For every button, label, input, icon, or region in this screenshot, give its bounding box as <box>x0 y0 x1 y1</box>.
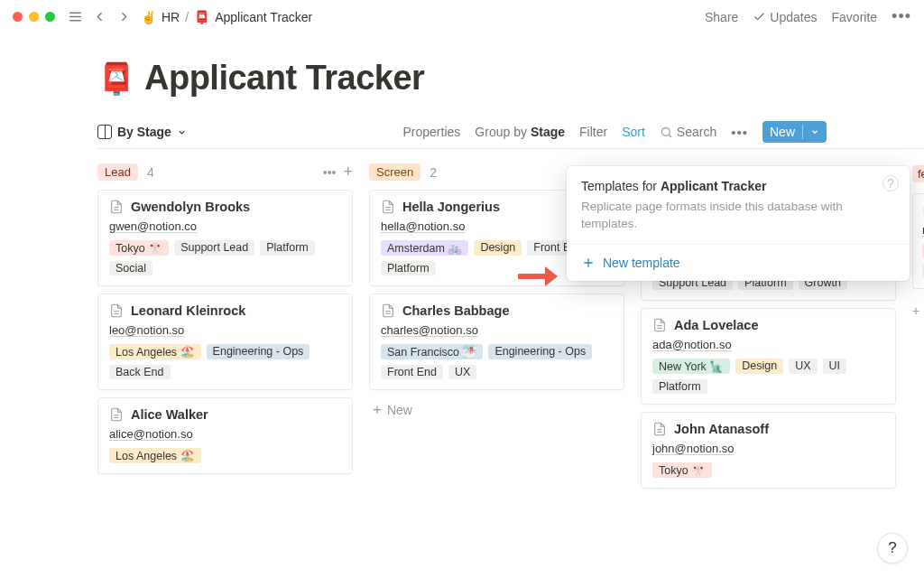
favorite-button[interactable]: Favorite <box>832 10 878 24</box>
column-count: 4 <box>147 165 154 180</box>
card-title-row: Gwendolyn Brooks <box>109 200 341 214</box>
hr-icon: ✌️ <box>141 10 156 24</box>
tag: Tokyo 🎌 <box>109 240 169 256</box>
plus-icon <box>581 256 596 270</box>
board-card-partial[interactable]: T ni VP Writ <box>912 193 924 289</box>
board-card[interactable]: Alice Walkeralice@notion.soLos Angeles 🏖… <box>97 397 353 474</box>
column-more-icon[interactable]: ••• <box>323 165 337 180</box>
topbar-left: ✌️ HR / 📮 Applicant Tracker <box>13 9 312 24</box>
card-title: Leonard Kleinrock <box>131 303 245 318</box>
card-title-row: Charles Babbage <box>381 303 613 318</box>
view-switcher[interactable]: By Stage <box>97 125 187 139</box>
tag: Front End <box>381 365 443 379</box>
topbar: ✌️ HR / 📮 Applicant Tracker Share Update… <box>0 0 924 32</box>
back-button[interactable] <box>92 9 107 24</box>
page-icon-small: 📮 <box>194 10 209 24</box>
tag: Design <box>474 240 522 256</box>
page-icon[interactable]: 📮 <box>97 61 135 97</box>
page-icon <box>381 200 395 214</box>
plus-icon: + <box>373 404 382 416</box>
share-button[interactable]: Share <box>705 10 738 24</box>
close-window-icon[interactable] <box>13 12 23 22</box>
column-label[interactable]: Lead <box>97 163 138 181</box>
column-add-icon[interactable]: + <box>343 165 353 180</box>
maximize-window-icon[interactable] <box>45 12 55 22</box>
sort-button[interactable]: Sort <box>622 125 645 139</box>
breadcrumb-sep: / <box>185 10 189 24</box>
column-label[interactable]: Screen <box>369 163 420 181</box>
tag: UX <box>448 365 476 379</box>
breadcrumb: ✌️ HR / 📮 Applicant Tracker <box>141 10 312 24</box>
board-card[interactable]: Ada Lovelaceada@notion.soNew York 🗽Desig… <box>641 308 896 405</box>
page-icon <box>109 200 124 214</box>
new-template-button[interactable]: New template <box>567 245 910 281</box>
hamburger-icon[interactable] <box>68 9 83 24</box>
popover-header: Templates for Applicant Tracker Replicat… <box>567 166 910 244</box>
new-button[interactable]: New <box>762 121 827 143</box>
groupby-button[interactable]: Group by Stage <box>475 125 565 139</box>
breadcrumb-page[interactable]: Applicant Tracker <box>215 10 312 24</box>
view-name: By Stage <box>117 125 171 139</box>
tag: Los Angeles 🏖️ <box>109 344 201 359</box>
groupby-prefix: Group by <box>475 125 527 139</box>
search-button[interactable]: Search <box>660 125 716 139</box>
tag: UI <box>823 359 847 374</box>
properties-button[interactable]: Properties <box>403 125 461 139</box>
popover-description: Replicate page formats inside this datab… <box>581 199 895 233</box>
page-title[interactable]: Applicant Tracker <box>144 59 424 98</box>
board-card[interactable]: John Atanasoffjohn@notion.soTokyo 🎌 <box>641 412 896 489</box>
board-column: Lead 4 ••• + Gwendolyn Brooksgwen@notion… <box>97 162 353 496</box>
breadcrumb-hr[interactable]: HR <box>162 10 180 24</box>
tag: New York 🗽 <box>652 359 730 374</box>
add-card-partial[interactable]: + N <box>912 303 924 318</box>
column-header: Lead 4 ••• + <box>97 162 353 190</box>
card-email: alice@notion.so <box>109 427 341 441</box>
updates-label: Updates <box>770 10 817 24</box>
board-card[interactable]: Gwendolyn Brooksgwen@notion.coTokyo 🎌Sup… <box>97 190 353 286</box>
popover-title-strong: Applicant Tracker <box>661 179 767 193</box>
toolbar-more-icon[interactable]: ••• <box>731 125 748 140</box>
tag: UX <box>789 359 817 374</box>
page-icon <box>109 407 124 422</box>
card-title: Alice Walker <box>131 407 208 422</box>
tag: San Francisco 🌁 <box>381 344 483 359</box>
page-title-row: 📮 Applicant Tracker <box>97 59 924 98</box>
column-count: 2 <box>430 165 437 180</box>
new-label: New <box>770 125 795 139</box>
card-email: ada@notion.so <box>652 338 884 351</box>
updates-button[interactable]: Updates <box>753 10 817 24</box>
search-icon <box>660 126 673 139</box>
forward-button[interactable] <box>116 9 132 24</box>
popover-help-icon[interactable]: ? <box>882 175 899 191</box>
toolbar-actions: Properties Group by Stage Filter Sort Se… <box>403 121 827 143</box>
tag: Platform <box>381 261 436 275</box>
filter-button[interactable]: Filter <box>579 125 607 139</box>
card-tags: Los Angeles 🏖️Engineering - OpsBack End <box>109 344 341 379</box>
tag: Platform <box>652 379 707 394</box>
tag: Back End <box>109 365 171 379</box>
card-email: gwen@notion.co <box>109 219 341 233</box>
callout-arrow-icon <box>518 264 558 293</box>
board-card[interactable]: Charles Babbagecharles@notion.soSan Fran… <box>369 294 624 390</box>
card-email: leo@notion.so <box>109 323 341 337</box>
new-dropdown[interactable] <box>802 125 819 139</box>
card-title-row: Alice Walker <box>109 407 341 422</box>
page-icon <box>652 318 667 332</box>
search-label: Search <box>677 125 716 139</box>
popover-title-prefix: Templates for <box>581 179 661 193</box>
minimize-window-icon[interactable] <box>29 12 39 22</box>
tag: Support Lead <box>174 240 254 256</box>
board-card[interactable]: Leonard Kleinrockleo@notion.soLos Angele… <box>97 294 353 390</box>
add-card-button[interactable]: +New <box>369 397 624 423</box>
templates-popover: ? Templates for Applicant Tracker Replic… <box>567 166 910 281</box>
card-tags: Tokyo 🎌Support LeadPlatformSocial <box>109 240 341 275</box>
popover-title: Templates for Applicant Tracker <box>581 179 895 193</box>
card-tags: New York 🗽DesignUXUIPlatform <box>652 359 884 394</box>
tag: Social <box>109 261 152 275</box>
help-fab[interactable]: ? <box>877 533 908 564</box>
tag: Los Angeles 🏖️ <box>109 448 201 463</box>
tag: Amsterdam 🚲 <box>381 240 468 256</box>
card-email: john@notion.so <box>652 442 884 455</box>
more-menu-icon[interactable]: ••• <box>892 7 911 26</box>
svg-marker-24 <box>545 266 558 286</box>
